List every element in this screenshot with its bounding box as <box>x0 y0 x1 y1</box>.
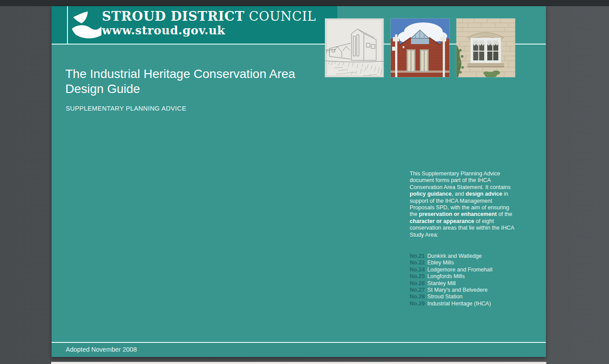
intro-text-segment: This Supplementary Planning Advice docum… <box>410 171 511 190</box>
area-number: No.21 <box>410 253 427 260</box>
document-title-line2: Design Guide <box>65 82 347 97</box>
stroud-council-logo-icon <box>71 11 102 40</box>
area-number: No.27 <box>410 287 427 293</box>
next-page-edge <box>51 362 546 364</box>
council-name: STROUD DISTRICT COUNCIL <box>102 9 316 24</box>
area-number: No.22 <box>410 260 427 266</box>
area-name: Lodgemore and Fromehall <box>427 267 493 273</box>
area-number: No.26 <box>410 280 427 287</box>
viewer-top-strip <box>0 0 609 6</box>
document-title-line1: The Industrial Heritage Conservation Are… <box>65 67 347 82</box>
document-page: STROUD DISTRICT COUNCIL www.stroud.gov.u… <box>52 6 546 357</box>
council-name-bold: STROUD DISTRICT <box>102 9 244 24</box>
area-row: No.27St Mary's and Belvedere <box>410 287 493 293</box>
area-name: Dunkirk and Watledge <box>427 253 482 260</box>
adoption-date-text: Adopted November 2008 <box>66 343 137 356</box>
area-name: Stroud Station <box>427 293 463 300</box>
header-vertical-divider <box>67 6 68 44</box>
area-row: No.21Dunkirk and Watledge <box>410 253 493 260</box>
intro-bold-segment: policy guidance <box>410 191 452 197</box>
intro-paragraph: This Supplementary Planning Advice docum… <box>410 171 516 238</box>
area-row: No.24Lodgemore and Fromehall <box>410 267 493 273</box>
council-name-light: COUNCIL <box>244 9 316 24</box>
photo-stone-wall-window <box>456 19 515 77</box>
photo-brick-building-rooflight <box>391 19 449 77</box>
area-name: Stanley Mill <box>427 280 456 287</box>
intro-bold-segment: design advice <box>466 191 502 197</box>
area-name: St Mary's and Belvedere <box>427 287 488 293</box>
document-subtitle: SUPPLEMENTARY PLANNING ADVICE <box>66 105 187 112</box>
council-header-banner: STROUD DISTRICT COUNCIL www.stroud.gov.u… <box>52 6 337 44</box>
area-name: Longfords Mills <box>427 273 465 280</box>
council-header-text: STROUD DISTRICT COUNCIL www.stroud.gov.u… <box>102 9 316 37</box>
area-number: No.25 <box>410 273 427 280</box>
area-row: No.28Stroud Station <box>410 293 493 300</box>
areas-list: No.21Dunkirk and WatledgeNo.22Ebley Mill… <box>410 253 493 307</box>
intro-bold-segment: preservation or enhancement <box>419 211 497 217</box>
area-row: No.25Longfords Mills <box>410 273 493 280</box>
intro-bold-segment: character or appearance <box>410 218 474 224</box>
area-number: No.29 <box>410 301 427 307</box>
intro-text-segment: , and <box>452 191 466 197</box>
document-title: The Industrial Heritage Conservation Are… <box>65 67 347 97</box>
area-number: No.24 <box>410 267 427 273</box>
area-name: Industrial Heritage (IHCA) <box>427 301 491 307</box>
cover-photo-strip <box>325 19 515 77</box>
footer-band: Adopted November 2008 <box>52 343 546 357</box>
council-website: www.stroud.gov.uk <box>102 24 316 37</box>
pdf-viewer-canvas: STROUD DISTRICT COUNCIL www.stroud.gov.u… <box>0 0 609 364</box>
area-number: No.28 <box>410 293 427 300</box>
intro-text-segment: of the <box>497 211 512 217</box>
area-row: No.22Ebley Mills <box>410 260 493 266</box>
area-name: Ebley Mills <box>427 260 454 266</box>
area-row: No.26Stanley Mill <box>410 280 493 287</box>
area-row: No.29Industrial Heritage (IHCA) <box>410 301 493 307</box>
